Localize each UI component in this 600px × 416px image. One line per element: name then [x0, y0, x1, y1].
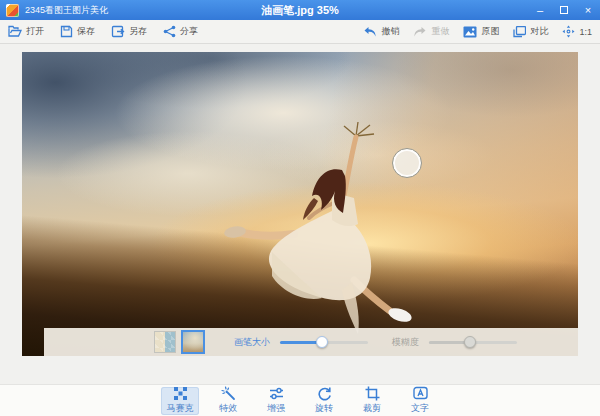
canvas-area: 画笔大小 模糊度 [0, 44, 600, 384]
tab-mosaic-label: 马赛克 [167, 402, 194, 415]
save-icon [60, 25, 73, 38]
blur-amount-slider [429, 341, 517, 344]
redo-button[interactable]: 重做 [413, 25, 449, 38]
rotate-icon [317, 386, 332, 401]
toolbar-right-group: 撤销 重做 原图 对比 1:1 [349, 25, 592, 38]
tab-effects[interactable]: 特效 [209, 387, 247, 415]
maximize-icon [560, 6, 568, 14]
blur-amount-slider-thumb [464, 336, 476, 348]
mosaic-brush-thumbnail[interactable] [154, 331, 176, 353]
open-button[interactable]: 打开 [8, 25, 44, 38]
save-as-icon [111, 25, 125, 38]
share-icon [163, 25, 176, 38]
maximize-button[interactable] [552, 0, 576, 20]
compare-windows-icon [513, 26, 526, 38]
undo-button[interactable]: 撤销 [363, 25, 399, 38]
main-toolbar: 打开 保存 另存 分享 撤销 重做 原图 [0, 20, 600, 44]
undo-label: 撤销 [381, 25, 399, 38]
compare-label: 对比 [530, 25, 548, 38]
magic-wand-icon [221, 386, 236, 401]
original-label: 原图 [481, 25, 499, 38]
close-button[interactable]: × [576, 0, 600, 20]
mosaic-icon [173, 386, 188, 401]
brush-size-slider-thumb[interactable] [316, 336, 328, 348]
pan-arrows-icon [562, 25, 575, 38]
window-controls: – × [528, 0, 600, 20]
tab-mosaic[interactable]: 马赛克 [161, 387, 199, 415]
tab-effects-label: 特效 [219, 402, 237, 415]
share-button[interactable]: 分享 [163, 25, 198, 38]
text-icon [413, 386, 428, 401]
crop-icon [365, 386, 380, 401]
app-window: 2345看图王图片美化 油画笔.jpg 35% – × 打开 保存 另存 分享 [0, 0, 600, 416]
share-label: 分享 [180, 25, 198, 38]
redo-label: 重做 [431, 25, 449, 38]
zoom-ratio-label: 1:1 [579, 27, 592, 37]
dancer-figure [22, 52, 578, 356]
tab-enhance[interactable]: 增强 [257, 387, 295, 415]
brush-size-slider[interactable] [280, 341, 368, 344]
blur-brush-thumbnail[interactable] [181, 330, 205, 354]
undo-icon [363, 26, 377, 38]
blur-amount-label: 模糊度 [392, 336, 419, 349]
tab-rotate[interactable]: 旋转 [305, 387, 343, 415]
zoom-actual-size-button[interactable]: 1:1 [562, 25, 592, 38]
tab-rotate-label: 旋转 [315, 402, 333, 415]
folder-open-icon [8, 25, 22, 38]
edit-tools-tabbar: 马赛克 特效 增强 旋转 裁剪 文字 [0, 384, 600, 416]
open-label: 打开 [26, 25, 44, 38]
blur-amount-group: 模糊度 [392, 336, 517, 349]
tab-text[interactable]: 文字 [401, 387, 439, 415]
save-button[interactable]: 保存 [60, 25, 95, 38]
tab-crop[interactable]: 裁剪 [353, 387, 391, 415]
document-title: 油画笔.jpg 35% [0, 3, 600, 18]
mosaic-brush-cursor[interactable] [392, 148, 422, 178]
redo-icon [413, 26, 427, 38]
save-as-button[interactable]: 另存 [111, 25, 147, 38]
minimize-button[interactable]: – [528, 0, 552, 20]
save-label: 保存 [77, 25, 95, 38]
brush-size-label: 画笔大小 [234, 336, 270, 349]
brush-size-group: 画笔大小 [234, 336, 368, 349]
tab-text-label: 文字 [411, 402, 429, 415]
original-image-icon [463, 26, 477, 38]
original-view-button[interactable]: 原图 [463, 25, 499, 38]
title-bar: 2345看图王图片美化 油画笔.jpg 35% – × [0, 0, 600, 20]
adjust-sliders-icon [269, 386, 284, 401]
save-as-label: 另存 [129, 25, 147, 38]
compare-button[interactable]: 对比 [513, 25, 548, 38]
photo-oil-painting[interactable]: 画笔大小 模糊度 [22, 52, 578, 356]
tab-crop-label: 裁剪 [363, 402, 381, 415]
tab-enhance-label: 增强 [267, 402, 285, 415]
brush-settings-panel: 画笔大小 模糊度 [44, 328, 578, 356]
